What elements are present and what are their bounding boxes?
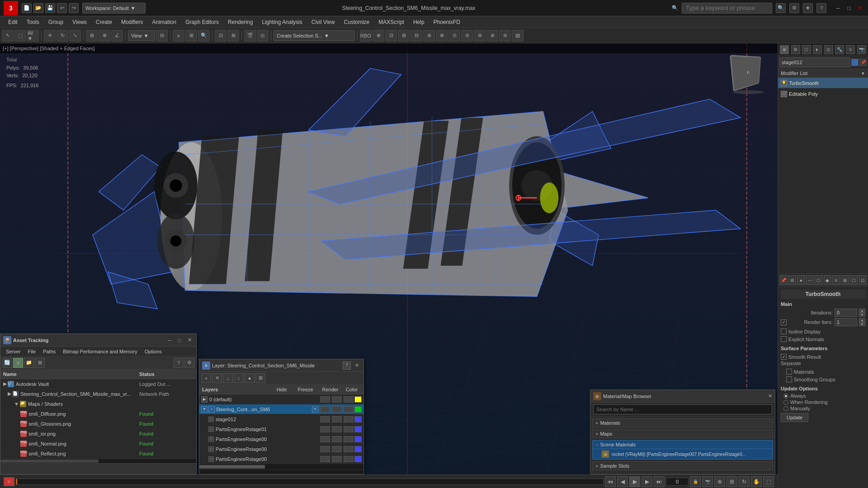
vertex-mode-btn[interactable]: ◆ bbox=[824, 275, 832, 285]
parts1-color[interactable] bbox=[354, 426, 362, 432]
isoline-checkbox[interactable] bbox=[781, 328, 787, 334]
ap-detail-view-btn[interactable]: ⊞ bbox=[35, 358, 45, 368]
close-btn[interactable]: ✕ bbox=[855, 4, 864, 13]
turbosmooth-modifier[interactable]: 💡 TurboSmooth bbox=[778, 78, 868, 89]
extras-panel-tab[interactable]: ≡ bbox=[846, 45, 855, 54]
ap-row-vault[interactable]: ▶ V Autodesk Vault Logged Out ... bbox=[0, 379, 196, 389]
array-btn[interactable]: ⊞ bbox=[227, 30, 239, 42]
material-browser-search-input[interactable] bbox=[593, 404, 772, 414]
ap-menu-options[interactable]: Options bbox=[141, 348, 165, 355]
star-icon[interactable]: ★ bbox=[803, 3, 813, 13]
lp-expand-btn[interactable]: ⊞ bbox=[255, 373, 265, 383]
ap-row-diffuse[interactable]: PNG sm6_Diffuse.png Found bbox=[0, 409, 196, 419]
selection-sets-dropdown[interactable]: Create Selection S... ▼ bbox=[274, 30, 355, 41]
parts4-render-cell[interactable] bbox=[344, 456, 354, 462]
default-render-cell[interactable] bbox=[344, 396, 354, 403]
parts1-render-cell[interactable] bbox=[344, 426, 354, 432]
open-btn[interactable]: 📂 bbox=[33, 3, 43, 13]
new-btn[interactable]: 📄 bbox=[22, 3, 32, 13]
default-color[interactable] bbox=[354, 396, 362, 403]
lp-select-from-layer-btn[interactable]: ↑ bbox=[234, 373, 244, 383]
ap-folder-view-btn[interactable]: 📁 bbox=[24, 358, 34, 368]
lp-close-btn[interactable]: ✕ bbox=[353, 361, 361, 370]
search-btn[interactable]: 🔍 bbox=[776, 3, 786, 13]
object-name-input[interactable] bbox=[779, 57, 850, 67]
ribbon-btn[interactable]: ⊞ bbox=[185, 30, 197, 42]
element-mode-btn[interactable]: ⊡ bbox=[859, 275, 867, 285]
layer-btn[interactable]: ≡ bbox=[173, 30, 184, 42]
minimize-btn[interactable]: ─ bbox=[834, 4, 843, 13]
config-btn[interactable]: ⚙ bbox=[788, 275, 797, 285]
parts4-hide-cell[interactable] bbox=[320, 456, 330, 462]
timeline-slider[interactable] bbox=[16, 479, 604, 485]
display-panel-tab[interactable]: ◎ bbox=[824, 45, 833, 54]
mirror-btn[interactable]: ⊡ bbox=[215, 30, 226, 42]
menu-civil-view[interactable]: Civil View bbox=[307, 18, 340, 26]
undo-btn[interactable]: ↩ bbox=[57, 3, 67, 13]
extras2-panel-tab[interactable]: 📷 bbox=[857, 45, 866, 54]
move-btn[interactable]: ✛ bbox=[44, 30, 56, 42]
ap-menu-server[interactable]: Server bbox=[2, 348, 24, 355]
lp-scroll-thumb[interactable] bbox=[199, 465, 265, 469]
ap-close-btn[interactable]: ✕ bbox=[185, 336, 193, 344]
lp-help-btn[interactable]: ? bbox=[343, 361, 351, 370]
menu-help[interactable]: Help bbox=[409, 18, 429, 26]
menu-edit[interactable]: Edit bbox=[4, 18, 22, 26]
frame-display[interactable]: 0 bbox=[666, 478, 689, 486]
viewport-cube[interactable]: P bbox=[732, 57, 769, 93]
mb-rocket-material[interactable]: ◎ rocket (VRayMtl) [PartsEngineeRstage00… bbox=[592, 449, 773, 460]
nav-maximize-btn[interactable]: ⬚ bbox=[763, 476, 774, 487]
iterations-value[interactable]: 0 bbox=[835, 309, 857, 317]
extra-btn2[interactable]: ⊡ bbox=[385, 30, 397, 42]
ap-menu-bitmap-perf[interactable]: Bitmap Performance and Memory bbox=[59, 348, 141, 355]
pin-btn[interactable]: 📌 bbox=[859, 59, 867, 66]
extra-btn3[interactable]: ⊞ bbox=[398, 30, 410, 42]
default-freeze-cell[interactable] bbox=[332, 396, 342, 403]
material-browser-close-btn[interactable]: ✕ bbox=[768, 393, 772, 399]
extra-btn8[interactable]: ⊘ bbox=[461, 30, 473, 42]
lp-row-parts4[interactable]: ⬡ PartsEngineeRstage00 bbox=[199, 454, 363, 464]
border-mode-btn[interactable]: ⊞ bbox=[841, 275, 849, 285]
parts3-color[interactable] bbox=[354, 446, 362, 452]
create-panel-tab[interactable]: ⊕ bbox=[780, 45, 789, 54]
lp-delete-layer-btn[interactable]: ✕ bbox=[212, 373, 222, 383]
scale-btn[interactable]: ⤡ bbox=[69, 30, 81, 42]
steering-render-cell[interactable] bbox=[344, 406, 354, 413]
extra-btn5[interactable]: ⊛ bbox=[423, 30, 435, 42]
extra-btn10[interactable]: ⊛ bbox=[486, 30, 498, 42]
menu-maxscript[interactable]: MAXScript bbox=[374, 18, 409, 26]
reference-btn[interactable]: ⊞ bbox=[86, 30, 98, 42]
steering-edit-icon[interactable]: ✏ bbox=[312, 406, 318, 413]
go-to-end-btn[interactable]: ⏭ bbox=[654, 476, 665, 487]
editable-poly-modifier[interactable]: ⬡ Editable Poly bbox=[778, 89, 868, 99]
extra-btn11[interactable]: ⊜ bbox=[499, 30, 511, 42]
ap-minimize-btn[interactable]: ─ bbox=[165, 336, 174, 344]
view-dropdown[interactable]: View ▼ bbox=[128, 30, 155, 41]
extra-btn7[interactable]: ⊙ bbox=[448, 30, 460, 42]
hierarchy-panel-tab[interactable]: ⬡ bbox=[802, 45, 811, 54]
command-panel-btn[interactable]: ▤ bbox=[512, 30, 524, 42]
select-vertices-btn[interactable]: ● bbox=[797, 275, 805, 285]
nav-lock-btn[interactable]: 🔒 bbox=[690, 476, 701, 487]
menu-create[interactable]: Create bbox=[91, 18, 117, 26]
parts4-color[interactable] bbox=[354, 456, 362, 462]
settings-icon[interactable]: ⚙ bbox=[789, 3, 799, 13]
nav-zoom-btn[interactable]: ⊕ bbox=[714, 476, 725, 487]
menu-views[interactable]: Views bbox=[68, 18, 91, 26]
redo-btn[interactable]: ↪ bbox=[69, 3, 79, 13]
menu-rendering[interactable]: Rendering bbox=[223, 18, 257, 26]
lp-row-default[interactable]: ▶ 0 (default) bbox=[199, 394, 363, 404]
lp-add-to-layer-btn[interactable]: ↓ bbox=[223, 373, 233, 383]
polygon-mode-btn[interactable]: ⬡ bbox=[850, 275, 858, 285]
render-iters-up[interactable]: ▲ bbox=[859, 318, 865, 322]
help-btn[interactable]: ? bbox=[816, 3, 826, 13]
lp-new-layer-btn[interactable]: + bbox=[201, 373, 211, 383]
select-faces-btn[interactable]: ⬡ bbox=[815, 275, 823, 285]
material-editor-btn[interactable]: ◎ bbox=[257, 30, 269, 42]
always-radio[interactable] bbox=[783, 394, 788, 399]
ap-row-reflect[interactable]: PNG sm6_Reflect.png Found bbox=[0, 449, 196, 459]
default-hide-cell[interactable] bbox=[320, 396, 330, 403]
prev-frame-btn[interactable]: ◀ bbox=[617, 476, 628, 487]
smooth-result-checkbox[interactable] bbox=[781, 354, 787, 360]
parts2-color[interactable] bbox=[354, 436, 362, 442]
